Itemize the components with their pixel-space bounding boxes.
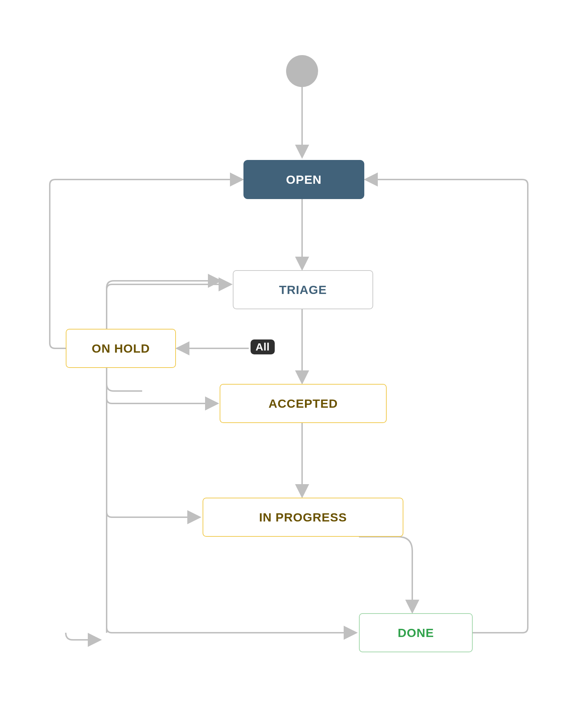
state-on-hold[interactable]: ON HOLD	[66, 329, 176, 368]
state-triage-label: TRIAGE	[279, 283, 327, 297]
edge-done-to-open	[366, 180, 528, 633]
state-on-hold-label: ON HOLD	[92, 342, 150, 355]
start-node	[286, 55, 318, 87]
state-in-progress-label: IN PROGRESS	[259, 510, 347, 524]
stub	[66, 633, 100, 640]
state-in-progress[interactable]: IN PROGRESS	[203, 498, 403, 537]
state-open[interactable]: OPEN	[243, 160, 364, 199]
state-triage[interactable]: TRIAGE	[233, 270, 373, 309]
state-accepted-label: ACCEPTED	[268, 397, 338, 411]
state-done[interactable]: DONE	[359, 613, 473, 652]
edge-onhold-to-done	[107, 627, 355, 633]
edge-onhold-to-accepted	[107, 398, 217, 403]
state-done-label: DONE	[398, 626, 434, 640]
edge-inprogress-to-done	[359, 537, 412, 611]
transition-badge-all: All	[251, 339, 275, 354]
edge-onhold-to-open	[50, 180, 242, 348]
transition-badge-all-label: All	[256, 341, 270, 353]
state-open-label: OPEN	[286, 173, 322, 187]
state-accepted[interactable]: ACCEPTED	[220, 384, 387, 423]
workflow-diagram: OPEN TRIAGE ON HOLD All ACCEPTED IN PROG…	[0, 0, 585, 728]
edge-onhold-to-inprogress	[107, 512, 199, 517]
